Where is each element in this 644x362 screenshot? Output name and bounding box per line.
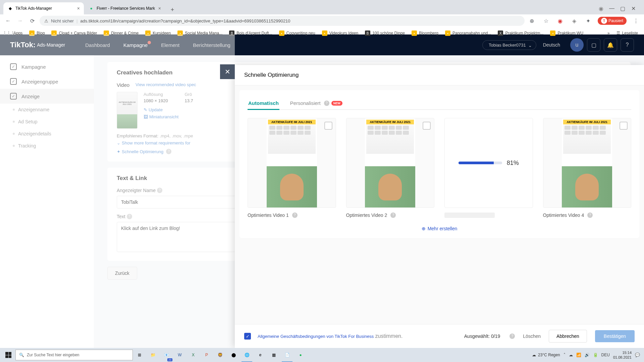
- video-thumb-4[interactable]: AKTIENKÄUFE IM JULI 2021: [543, 118, 632, 208]
- update-link[interactable]: ✎Update: [144, 107, 178, 112]
- menu-icon[interactable]: ⋮: [631, 16, 641, 25]
- clock[interactable]: 15:14 01.08.2021: [613, 350, 632, 360]
- reload-button[interactable]: ⟳: [28, 16, 37, 25]
- zoom-icon[interactable]: ⊕: [527, 16, 537, 25]
- onedrive-icon[interactable]: ☁: [569, 353, 573, 357]
- weather-widget[interactable]: ☁23°C Regen: [532, 353, 560, 357]
- maximize-button[interactable]: ▢: [620, 6, 625, 11]
- url-input[interactable]: ⚠ Nicht sicher | ads.tiktok.com/i18n/cam…: [40, 16, 525, 26]
- brave-icon[interactable]: 🦁: [213, 348, 227, 362]
- extensions-icon[interactable]: ✦: [584, 16, 593, 25]
- tray-overflow-icon[interactable]: ˄: [564, 353, 566, 357]
- app-icon[interactable]: ▦: [267, 348, 280, 362]
- obs-icon[interactable]: ⬤: [227, 348, 240, 362]
- bookmark-item[interactable]: ▪Bloomberg: [409, 29, 441, 37]
- browser-tab-1[interactable]: ◆ TikTok Ads-Manager ×: [3, 2, 84, 14]
- spotify-icon[interactable]: ●: [294, 348, 307, 362]
- bookmark-item[interactable]: ▪Social Media Mana...: [175, 29, 225, 37]
- bookmark-item[interactable]: XPraktikum Projektm...: [495, 29, 546, 37]
- help-tooltip-icon[interactable]: ?: [166, 149, 171, 154]
- file-explorer-icon[interactable]: 📁: [146, 348, 160, 362]
- tab-automatisch[interactable]: Automatisch: [248, 97, 279, 109]
- logo[interactable]: TikTok: Ads-Manager: [10, 41, 65, 49]
- notepad-icon[interactable]: 📄: [280, 348, 294, 362]
- bookmark-overflow[interactable]: »: [605, 29, 612, 37]
- bookmark-item[interactable]: ▪Cload + Canva Bilder: [49, 29, 100, 37]
- bookmark-item[interactable]: ▪Dinner & Crime: [101, 29, 141, 37]
- bookmark-star-icon[interactable]: ☆: [541, 16, 551, 25]
- close-tab-icon[interactable]: ×: [158, 6, 161, 11]
- confirm-button[interactable]: Bestätigen: [595, 330, 635, 342]
- nav-kampagne[interactable]: Kampagne: [117, 42, 155, 48]
- bookmark-item[interactable]: BBois d'Argent Duft...: [226, 29, 275, 37]
- task-view-icon[interactable]: ⊞: [133, 348, 146, 362]
- extension-icon-1[interactable]: ◉: [555, 16, 565, 25]
- miniature-link[interactable]: 🖼Miniaturansicht: [144, 114, 178, 119]
- help-tooltip-icon[interactable]: ?: [127, 214, 132, 219]
- close-window-button[interactable]: ✕: [631, 6, 636, 11]
- new-tab-button[interactable]: +: [168, 5, 177, 14]
- select-checkbox[interactable]: [324, 122, 332, 130]
- help-tooltip-icon[interactable]: ?: [390, 213, 396, 218]
- help-icon[interactable]: ?: [621, 38, 634, 52]
- bookmark-item[interactable]: ▪Videokurs Ideen: [319, 29, 361, 37]
- taskbar-search[interactable]: 🔍Zur Suche Text hier eingeben: [15, 350, 133, 360]
- profile-button[interactable]: T Pausiert: [598, 17, 627, 25]
- notifications-icon[interactable]: 💬: [635, 353, 640, 357]
- video-thumbnail[interactable]: AKTIENKÄUFE IM JULI 2021: [117, 92, 138, 129]
- sidebar-sub-anzeigendetails[interactable]: Anzeigendetails: [0, 128, 94, 140]
- start-button[interactable]: [1, 348, 15, 362]
- language-indicator[interactable]: DEU: [601, 353, 610, 357]
- user-avatar[interactable]: u: [570, 38, 584, 52]
- nav-dashboard[interactable]: Dashboard: [78, 42, 116, 48]
- view-spec-link[interactable]: View recommended video spec: [136, 82, 196, 87]
- battery-icon[interactable]: 🔋: [593, 353, 598, 357]
- bookmark-item[interactable]: ▪Copywriting neu: [276, 29, 318, 37]
- browser-tab-2[interactable]: ● Fiverr - Freelance Services Mark ×: [85, 2, 165, 14]
- select-checkbox[interactable]: [620, 122, 628, 130]
- language-selector[interactable]: Deutsch: [543, 42, 560, 48]
- bookmark-item[interactable]: ▪Praktikum WU: [547, 29, 586, 37]
- apps-button[interactable]: ⋮⋮⋮Apps: [3, 29, 25, 37]
- bookmark-item[interactable]: ▪Kursideen: [143, 29, 173, 37]
- edge-icon[interactable]: e: [254, 348, 267, 362]
- reading-list-button[interactable]: ☰Leseliste: [614, 29, 641, 37]
- sidebar-anzeigengruppe[interactable]: ✓Anzeigengruppe: [0, 74, 94, 89]
- bookmark-item[interactable]: B100 schöne Dinge: [362, 29, 408, 37]
- help-tooltip-icon[interactable]: ?: [292, 213, 298, 218]
- sidebar-sub-tracking[interactable]: Tracking: [0, 140, 94, 152]
- agb-link[interactable]: Allgemeine Geschäftsbedingungen von TikT…: [258, 334, 374, 339]
- forward-button[interactable]: →: [15, 16, 25, 25]
- extension-icon-2[interactable]: ◈: [570, 16, 579, 25]
- business-center-icon[interactable]: ▢: [587, 38, 600, 52]
- sidebar-sub-adsetup[interactable]: Ad Setup: [0, 116, 94, 128]
- volume-icon[interactable]: 🔊: [585, 353, 590, 357]
- close-modal-button[interactable]: ✕: [220, 64, 235, 79]
- select-checkbox[interactable]: [423, 122, 431, 130]
- powerpoint-icon[interactable]: P: [200, 348, 213, 362]
- word-icon[interactable]: W: [173, 348, 186, 362]
- help-tooltip-icon[interactable]: ?: [324, 101, 329, 106]
- excel-icon[interactable]: X: [186, 348, 200, 362]
- help-tooltip-icon[interactable]: ?: [509, 334, 515, 339]
- video-thumb-1[interactable]: AKTIENKÄUFE IM JULI 2021: [248, 118, 336, 208]
- wifi-icon[interactable]: 📶: [576, 353, 581, 357]
- mail-icon[interactable]: 📧23: [160, 348, 173, 362]
- agb-checkbox[interactable]: ✓: [244, 333, 251, 340]
- bookmark-item[interactable]: ▪Blog: [26, 29, 47, 37]
- help-tooltip-icon[interactable]: ?: [587, 213, 593, 218]
- chrome-icon[interactable]: 🌐: [240, 348, 254, 362]
- cancel-button[interactable]: Abbrechen: [549, 330, 587, 343]
- account-selector[interactable]: Tobias Becker0731 ⌄: [482, 40, 536, 50]
- sidebar-kampagne[interactable]: ✓Kampagne: [0, 59, 94, 74]
- sidebar-anzeige[interactable]: ✓Anzeige: [0, 89, 94, 104]
- nav-element[interactable]: Element: [154, 42, 186, 48]
- close-tab-icon[interactable]: ×: [77, 6, 80, 11]
- bookmark-item[interactable]: ▪Panoramabahn und...: [442, 29, 494, 37]
- help-tooltip-icon[interactable]: ?: [157, 188, 162, 193]
- video-thumb-2[interactable]: AKTIENKÄUFE IM JULI 2021: [346, 118, 435, 208]
- back-button[interactable]: ←: [3, 16, 13, 25]
- minimize-button[interactable]: —: [609, 6, 614, 11]
- create-more-button[interactable]: ⊕Mehr erstellen: [248, 226, 631, 231]
- tab-personalisiert[interactable]: Personalisiert ? NEW: [289, 97, 343, 109]
